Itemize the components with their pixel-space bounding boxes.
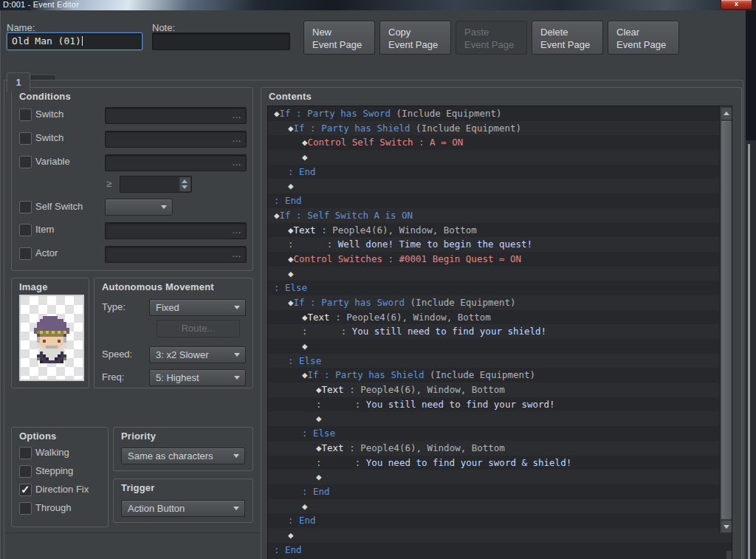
movement-freq-value: 5: Highest xyxy=(156,372,199,383)
switch1-checkbox[interactable] xyxy=(19,109,32,121)
event-command-line[interactable]: ◆ xyxy=(268,411,732,426)
event-command-line[interactable]: ◆Text : People4(6), Window, Bottom xyxy=(268,223,732,238)
character-image-box[interactable] xyxy=(19,295,84,381)
option-stepping-checkbox[interactable] xyxy=(19,465,32,478)
code-segment: : Else xyxy=(288,355,321,366)
button-label-line2: Event Page xyxy=(312,38,374,51)
event-command-list[interactable]: ◆If : Party has Sword (Include Equipment… xyxy=(267,106,732,559)
copy-event-page-button[interactable]: CopyEvent Page xyxy=(379,21,451,55)
code-segment: Well done! Time to begin the quest! xyxy=(338,239,532,250)
ellipsis-button[interactable]: … xyxy=(232,131,241,145)
self-switch-dropdown[interactable] xyxy=(105,199,173,216)
event-command-line[interactable]: ◆ xyxy=(268,499,732,514)
ellipsis-button[interactable]: … xyxy=(232,247,241,261)
code-segment: ◆ xyxy=(274,210,280,221)
spinner-down-button[interactable] xyxy=(182,185,188,189)
variable-value-spinner[interactable] xyxy=(120,176,192,193)
event-command-line[interactable]: : End xyxy=(268,193,732,208)
event-command-line[interactable]: ◆If : Self Switch A is ON xyxy=(268,208,732,223)
movement-type-dropdown[interactable]: Fixed xyxy=(149,299,246,316)
event-command-line[interactable]: : : You still need to find your shield! xyxy=(268,324,732,339)
switch2-field[interactable]: … xyxy=(105,131,247,148)
scrollbar-thumb[interactable] xyxy=(721,120,732,520)
close-button[interactable]: x xyxy=(721,0,752,10)
event-command-line[interactable]: ◆If : Party has Sword (Include Equipment… xyxy=(268,106,732,121)
self-switch-checkbox[interactable] xyxy=(19,201,32,213)
scroll-down-button[interactable] xyxy=(721,520,732,533)
event-command-line[interactable]: : : You need to find your sword & shield… xyxy=(268,456,732,470)
event-command-line[interactable]: ◆Text : People4(6), Window, Bottom xyxy=(268,310,732,325)
event-command-line[interactable]: : Else xyxy=(268,281,732,295)
self-switch-label: Self Switch xyxy=(35,201,83,212)
event-command-line[interactable]: ◆Text : People4(6), Window, Bottom xyxy=(268,383,732,397)
event-command-line[interactable]: : : You still need to find your sword! xyxy=(268,397,732,412)
event-command-line[interactable]: ◆If : Party has Shield (Include Equipmen… xyxy=(268,368,732,383)
scroll-up-button[interactable] xyxy=(721,107,732,120)
code-segment: : People4(6), Window, Bottom xyxy=(316,224,477,236)
spinner-up-button[interactable] xyxy=(182,179,188,183)
event-command-line[interactable]: : Else xyxy=(268,354,732,368)
event-command-line[interactable]: ◆ xyxy=(268,267,732,281)
trigger-dropdown[interactable]: Action Button xyxy=(121,500,245,517)
trigger-panel: Trigger Action Button xyxy=(113,479,253,523)
event-command-line[interactable]: : End xyxy=(268,513,732,528)
contents-scrollbar[interactable] xyxy=(719,106,732,533)
name-input[interactable]: Old Man (01) xyxy=(7,32,142,50)
code-segment: (Include Equipment) xyxy=(430,369,535,380)
delete-event-page-button[interactable]: DeleteEvent Page xyxy=(532,21,603,55)
ellipsis-button[interactable]: … xyxy=(232,155,241,169)
event-command-line[interactable]: : End xyxy=(268,484,732,499)
event-command-line[interactable]: ◆If : Party has Sword (Include Equipment… xyxy=(268,295,732,310)
contents-title: Contents xyxy=(269,91,312,102)
actor-field[interactable]: … xyxy=(105,246,247,263)
new-event-page-button[interactable]: NewEvent Page xyxy=(303,21,375,55)
movement-freq-dropdown[interactable]: 5: Highest xyxy=(149,369,246,386)
option-label: Direction Fix xyxy=(35,484,89,495)
option-walking-checkbox[interactable] xyxy=(19,447,32,459)
code-segment: : End xyxy=(288,166,316,177)
chevron-down-icon xyxy=(234,376,240,380)
code-segment: : Else xyxy=(302,428,335,439)
priority-dropdown[interactable]: Same as characters xyxy=(121,447,245,464)
event-command-line[interactable]: ◆Text : People4(6), Window, Bottom xyxy=(268,441,732,456)
variable-checkbox[interactable] xyxy=(19,156,32,168)
name-label: Name: xyxy=(7,22,35,33)
event-command-line[interactable]: : Else xyxy=(268,426,732,441)
note-input[interactable] xyxy=(152,32,290,50)
ellipsis-button[interactable]: … xyxy=(232,223,241,237)
code-segment: ◆ xyxy=(302,340,308,351)
code-segment: ◆ xyxy=(302,151,308,162)
actor-checkbox[interactable] xyxy=(19,247,32,260)
chevron-down-icon xyxy=(233,507,239,510)
event-command-line[interactable]: ◆ xyxy=(268,528,732,543)
item-field[interactable]: … xyxy=(105,222,247,239)
clear-event-page-button[interactable]: ClearEvent Page xyxy=(608,21,679,55)
event-command-line[interactable]: : End xyxy=(268,543,732,558)
priority-value: Same as characters xyxy=(128,450,213,462)
option-direction-fix-checkbox[interactable] xyxy=(19,484,32,496)
event-command-line[interactable]: ◆Control Switches : #0001 Begin Quest = … xyxy=(268,252,732,267)
variable-field[interactable]: … xyxy=(105,154,247,171)
event-command-line[interactable]: ◆ xyxy=(268,470,732,484)
event-command-line[interactable]: ◆If : Party has Shield (Include Equipmen… xyxy=(268,121,732,136)
code-segment: : People4(6), Window, Bottom xyxy=(344,442,505,453)
option-through-checkbox[interactable] xyxy=(19,502,32,515)
switch1-field[interactable]: … xyxy=(105,107,247,124)
event-command-line[interactable]: ◆ xyxy=(268,150,732,165)
movement-speed-dropdown[interactable]: 3: x2 Slower xyxy=(149,346,246,363)
ellipsis-button[interactable]: … xyxy=(232,108,241,122)
item-checkbox[interactable] xyxy=(19,224,32,236)
tab-page-1[interactable]: 1 xyxy=(7,72,30,92)
event-command-line[interactable]: ◆ xyxy=(268,179,732,193)
window-titlebar[interactable]: D:001 - Event Editor xyxy=(0,0,756,10)
options-title: Options xyxy=(19,431,57,442)
event-command-line[interactable]: : : Well done! Time to begin the quest! xyxy=(268,237,732,252)
code-segment: ◆ xyxy=(288,297,294,308)
text-cursor xyxy=(82,36,83,46)
code-segment: ◆ xyxy=(288,253,294,264)
event-command-line[interactable]: : End xyxy=(268,165,732,179)
switch2-checkbox[interactable] xyxy=(19,132,32,145)
event-command-line[interactable]: ◆Control Self Switch : A = ON xyxy=(268,135,732,150)
image-title: Image xyxy=(19,281,48,292)
event-command-line[interactable]: ◆ xyxy=(268,339,732,354)
